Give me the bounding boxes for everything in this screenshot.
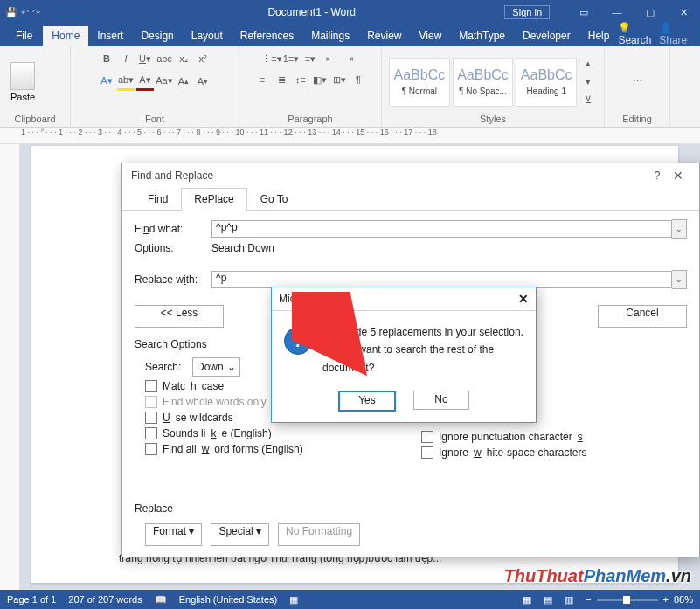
confirm-dialog: Microsoft Word ✕ ? We made 5 replacement… — [271, 287, 537, 423]
multilevel-button[interactable]: ≡▾ — [301, 50, 319, 67]
format-button[interactable]: Format ▾ — [145, 523, 202, 546]
tab-mailings[interactable]: Mailings — [302, 26, 358, 46]
view-read-icon[interactable]: ▦ — [523, 594, 531, 606]
yes-button[interactable]: Yes — [338, 391, 396, 412]
help-icon[interactable]: ? — [648, 170, 666, 182]
tab-review[interactable]: Review — [358, 26, 410, 46]
highlight-button[interactable]: ab▾ — [117, 71, 135, 91]
tab-references[interactable]: References — [232, 26, 302, 46]
tab-replace[interactable]: RePlace — [181, 188, 246, 211]
undo-icon[interactable]: ↶ — [21, 7, 29, 18]
text-effects-button[interactable]: A▾ — [98, 73, 115, 90]
paste-button[interactable]: Paste — [7, 59, 38, 106]
tab-design[interactable]: Design — [132, 26, 182, 46]
dialog-title: Find and Replace — [131, 170, 648, 182]
window-title: Document1 - Word — [119, 6, 504, 18]
autosave-icon[interactable]: 💾 — [5, 7, 17, 18]
macro-icon[interactable]: ▦ — [289, 594, 298, 606]
word-forms-checkbox[interactable]: Find all word forms (English) — [145, 443, 411, 455]
horizontal-ruler[interactable]: 1 · · · ᴾ · · · 1 · · · 2 · · · 3 · · · … — [0, 128, 700, 144]
tab-mathtype[interactable]: MathType — [450, 26, 514, 46]
strikethrough-button[interactable]: abc — [156, 50, 173, 67]
group-editing: ⋯ Editing — [605, 46, 670, 127]
shading-button[interactable]: ◧▾ — [311, 71, 329, 88]
share-button[interactable]: 👤 Share — [659, 22, 690, 46]
styles-more-icon[interactable]: ⊻ — [579, 92, 597, 109]
ignore-whitespace-checkbox[interactable]: Ignore white-space characters — [421, 446, 687, 459]
tab-find[interactable]: Find — [135, 188, 181, 211]
question-icon: ? — [284, 327, 312, 355]
close-icon[interactable]: ✕ — [518, 292, 529, 306]
group-paragraph: ⋮≡▾ 1≡▾ ≡▾ ⇤ ⇥ ≡ ≣ ↕≡ ◧▾ ⊞▾ ¶ Paragraph — [239, 46, 382, 127]
group-label-clipboard: Clipboard — [7, 114, 63, 127]
increase-indent-button[interactable]: ⇥ — [340, 50, 357, 67]
status-page[interactable]: Page 1 of 1 — [7, 594, 56, 605]
decrease-indent-button[interactable]: ⇤ — [321, 50, 338, 67]
tab-help[interactable]: Help — [579, 26, 619, 46]
tab-file[interactable]: File — [7, 26, 43, 46]
zoom-in-icon[interactable]: + — [663, 594, 669, 605]
find-what-input[interactable]: ^p^p — [211, 220, 672, 238]
font-color-button[interactable]: A▾ — [136, 71, 154, 91]
close-icon[interactable]: ✕ — [667, 0, 700, 24]
replace-with-label: Replace with: — [135, 273, 211, 286]
vertical-ruler[interactable] — [0, 144, 20, 592]
ribbon-display-icon[interactable]: ▭ — [567, 0, 600, 24]
grow-font-button[interactable]: A▴ — [175, 73, 192, 90]
underline-button[interactable]: U▾ — [136, 50, 154, 67]
options-label: Options: — [135, 242, 211, 254]
confirm-message: We made 5 replacements in your selection… — [322, 323, 523, 377]
dialog-titlebar[interactable]: Find and Replace ? ✕ — [122, 163, 699, 188]
less-button[interactable]: << Less — [135, 305, 224, 328]
status-language[interactable]: English (United States) — [179, 594, 278, 605]
bold-button[interactable]: B — [98, 50, 115, 67]
align-left-button[interactable]: ≡ — [253, 71, 271, 88]
italic-button[interactable]: I — [117, 50, 135, 67]
numbering-button[interactable]: 1≡▾ — [282, 50, 300, 67]
borders-button[interactable]: ⊞▾ — [330, 71, 348, 88]
group-font: B I U▾ abc x₂ x² A▾ ab▾ A▾ Aa▾ A▴ A▾ Fon… — [71, 46, 239, 127]
shrink-font-button[interactable]: A▾ — [194, 73, 211, 90]
zoom-value[interactable]: 86% — [674, 594, 693, 605]
tab-home[interactable]: Home — [43, 26, 88, 46]
confirm-titlebar[interactable]: Microsoft Word ✕ — [272, 287, 536, 311]
tab-layout[interactable]: Layout — [183, 26, 232, 46]
search-direction-select[interactable]: Down⌄ — [192, 357, 240, 377]
redo-icon[interactable]: ↷ — [32, 7, 40, 18]
show-marks-button[interactable]: ¶ — [350, 71, 367, 88]
sign-in-button[interactable]: Sign in — [504, 5, 550, 19]
spellcheck-icon[interactable]: 📖 — [155, 594, 167, 606]
subscript-button[interactable]: x₂ — [175, 50, 192, 67]
zoom-control[interactable]: − + 86% — [586, 594, 693, 605]
style-no-spacing[interactable]: AaBbCc¶ No Spac... — [453, 58, 514, 107]
style-heading1[interactable]: AaBbCcHeading 1 — [516, 58, 577, 107]
styles-down-icon[interactable]: ▾ — [579, 73, 597, 91]
superscript-button[interactable]: x² — [194, 50, 211, 67]
change-case-button[interactable]: Aa▾ — [156, 73, 173, 90]
tab-insert[interactable]: Insert — [88, 26, 132, 46]
ignore-punct-checkbox[interactable]: Ignore punctuation characters — [421, 431, 687, 443]
zoom-out-icon[interactable]: − — [586, 594, 591, 605]
cancel-button[interactable]: Cancel — [598, 305, 687, 328]
line-spacing-button[interactable]: ↕≡ — [292, 71, 309, 88]
tab-goto[interactable]: Go To — [247, 188, 301, 211]
replace-with-input[interactable]: ^p — [211, 271, 672, 288]
maximize-icon[interactable]: ▢ — [634, 0, 667, 24]
view-web-icon[interactable]: ▥ — [565, 594, 573, 606]
close-icon[interactable]: ✕ — [666, 169, 690, 183]
replace-with-dropdown-icon[interactable]: ⌄ — [672, 270, 687, 289]
no-button[interactable]: No — [413, 391, 469, 410]
view-print-icon[interactable]: ▤ — [544, 594, 552, 606]
bullets-button[interactable]: ⋮≡▾ — [263, 50, 281, 67]
styles-up-icon[interactable]: ▴ — [579, 55, 597, 73]
search-icon[interactable]: 💡 Search — [618, 22, 652, 46]
align-center-button[interactable]: ≣ — [273, 71, 290, 88]
special-button[interactable]: Special ▾ — [211, 523, 269, 546]
find-what-dropdown-icon[interactable]: ⌄ — [672, 219, 687, 239]
sounds-like-checkbox[interactable]: Sounds like (English) — [145, 427, 411, 439]
tab-developer[interactable]: Developer — [514, 26, 579, 46]
status-words[interactable]: 207 of 207 words — [68, 594, 142, 605]
tab-view[interactable]: View — [411, 26, 451, 46]
style-normal[interactable]: AaBbCc¶ Normal — [389, 58, 450, 107]
minimize-icon[interactable]: — — [600, 0, 634, 24]
